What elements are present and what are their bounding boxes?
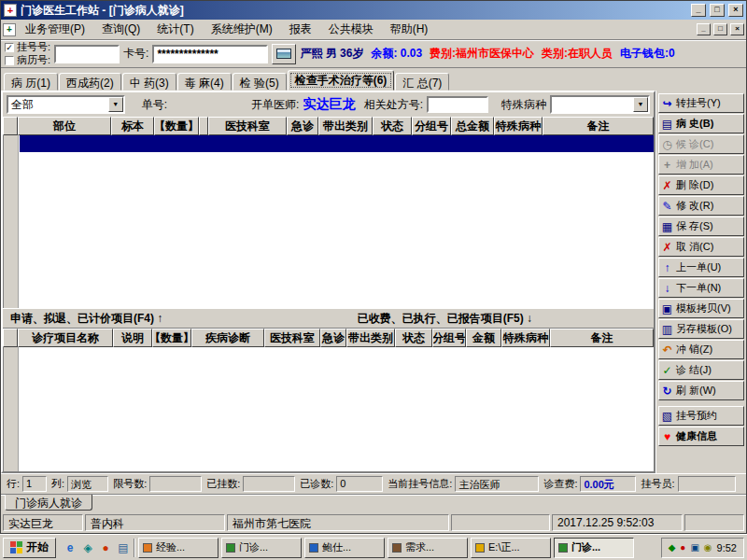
reg-no-checkbox-row[interactable]: ✓ 挂号号: (5, 41, 50, 53)
show-desktop-icon[interactable]: ◈ (80, 540, 95, 555)
quick-launch-icon[interactable]: ▤ (116, 540, 131, 555)
col-quantity[interactable]: 【数量】 (154, 117, 199, 135)
selected-row[interactable] (20, 135, 654, 152)
related-rx-label: 相关处方号: (364, 97, 423, 113)
task-button[interactable]: E:\正... (471, 538, 551, 558)
read-card-button[interactable] (272, 44, 296, 64)
health-info-button[interactable]: ♥ 健康信息 (658, 427, 744, 446)
task-button[interactable]: 鲍仕... (304, 538, 385, 558)
col-medtech-dept[interactable]: 医技科室 (264, 329, 320, 347)
task-button[interactable]: 门诊... (221, 538, 302, 558)
next-order-button[interactable]: ↓ 下一单(N) (658, 278, 744, 298)
card-number-field[interactable]: ************** (152, 45, 268, 63)
waiting-list-button[interactable]: ◷ 候 诊(C) (658, 134, 744, 154)
save-button[interactable]: ▦ 保 存(S) (658, 217, 744, 236)
related-rx-input[interactable] (427, 96, 488, 113)
col-status[interactable]: 状态 (373, 117, 412, 135)
minimize-button[interactable]: _ (691, 4, 706, 17)
medical-history-icon: ▤ (661, 118, 673, 131)
col-emergency[interactable]: 急诊 (320, 329, 346, 347)
module-tabstrip: 病 历(1) 西成药(2) 中 药(3) 毒 麻(4) 检 验(5) 检查手术治… (1, 68, 746, 91)
col-status[interactable]: 状态 (395, 329, 432, 347)
completed-table-body[interactable] (3, 347, 654, 471)
menu-help[interactable]: 帮助(H) (383, 20, 436, 39)
record-no-checkbox[interactable] (5, 56, 14, 65)
reverse-charge-button[interactable]: ↶ 冲 销(Z) (658, 340, 744, 359)
task-button[interactable]: 经验... (138, 538, 218, 558)
menu-reports[interactable]: 报表 (282, 20, 319, 39)
col-diagnosis[interactable]: 疾病诊断 (191, 329, 264, 347)
close-button[interactable]: × (728, 4, 743, 17)
col-remarks[interactable]: 备注 (550, 329, 654, 347)
mdi-close-button[interactable]: × (730, 23, 744, 35)
add-button[interactable]: + 增 加(A) (658, 155, 744, 175)
menu-query[interactable]: 查询(Q) (94, 20, 148, 39)
clock[interactable]: 9:52 (717, 542, 737, 553)
col-remarks[interactable]: 备注 (543, 117, 654, 135)
refresh-button[interactable]: ↻ 刷 新(W) (658, 381, 744, 400)
tab-chinese-drugs[interactable]: 中 药(3) (122, 73, 176, 91)
orders-table-body[interactable] (3, 135, 654, 308)
chevron-down-icon[interactable]: ▼ (633, 97, 648, 112)
medical-history-button[interactable]: ▤ 病 史(B) (658, 114, 744, 133)
col-group-no[interactable]: 分组号 (432, 329, 466, 347)
quick-launch-icon[interactable]: ● (98, 540, 113, 555)
internet-explorer-icon[interactable]: e (63, 540, 78, 555)
seen-count-value: 0 (336, 476, 383, 492)
tab-lab-tests[interactable]: 检 验(5) (233, 73, 287, 91)
menu-statistics[interactable]: 统计(T) (149, 20, 201, 39)
modify-button[interactable]: ✎ 修 改(R) (658, 196, 744, 216)
tray-icon[interactable]: ● (680, 543, 685, 553)
menu-business[interactable]: 业务管理(P) (18, 20, 92, 39)
col-medtech-dept[interactable]: 医技科室 (208, 117, 287, 135)
col-special-disease[interactable]: 特殊病种 (501, 329, 550, 347)
completed-items-label: 已收费、已执行、已报告项目(F5) ↓ (358, 311, 532, 327)
menu-common-modules[interactable]: 公共模块 (321, 20, 381, 39)
task-button-active[interactable]: 门诊... (554, 538, 634, 558)
tray-icon[interactable]: ▣ (690, 543, 698, 553)
col-amount[interactable]: 金额 (466, 329, 501, 347)
mdi-minimize-button[interactable]: _ (697, 23, 711, 35)
tab-western-drugs[interactable]: 西成药(2) (59, 73, 121, 91)
col-item-name[interactable]: 诊疗项目名称 (18, 329, 113, 347)
mdi-restore-button[interactable]: □ (713, 23, 727, 35)
transfer-registration-button[interactable]: ↪ 转挂号(Y) (658, 93, 744, 113)
record-no-checkbox-row[interactable]: 病历号: (5, 54, 50, 66)
col-carryout-type[interactable]: 带出类别 (346, 329, 395, 347)
col-body-part[interactable]: 部位 (18, 117, 111, 135)
col-quantity[interactable]: 【数量】 (152, 329, 191, 347)
appointment-button[interactable]: ▧ 挂号预约 (658, 406, 744, 426)
registration-number-input[interactable] (54, 45, 120, 63)
save-as-template-button[interactable]: ▥ 另存模板(O) (658, 319, 744, 339)
col-total-amount[interactable]: 总金额 (451, 117, 494, 135)
chevron-down-icon[interactable]: ▼ (108, 97, 123, 112)
maximize-button[interactable]: □ (710, 4, 725, 17)
tab-summary[interactable]: 汇 总(7) (395, 73, 449, 91)
tray-icon[interactable]: ◆ (669, 543, 676, 553)
tab-outpatient-visit[interactable]: 门诊病人就诊 (5, 495, 92, 511)
menu-maintenance[interactable]: 系统维护(M) (204, 20, 280, 39)
reg-no-checkbox[interactable]: ✓ (5, 43, 14, 52)
previous-order-button[interactable]: ↑ 上一单(U) (658, 258, 744, 277)
cancel-button[interactable]: ✗ 取 消(C) (658, 237, 744, 257)
windows-logo-icon (10, 541, 22, 553)
col-carryout-type[interactable]: 带出类别 (318, 117, 373, 135)
tray-icon[interactable]: ◉ (704, 543, 712, 553)
col-description[interactable]: 说明 (113, 329, 152, 347)
col-group-no[interactable]: 分组号 (412, 117, 451, 135)
col-special-disease[interactable]: 特殊病种 (494, 117, 543, 135)
tab-medical-record[interactable]: 病 历(1) (4, 73, 58, 91)
special-disease-combobox[interactable]: ▼ (550, 95, 650, 114)
tab-exam-surgery-treatment[interactable]: 检查手术治疗等(6) (288, 70, 395, 91)
start-button[interactable]: 开始 (3, 538, 56, 558)
exam-fee-label: 诊查费: (543, 477, 577, 491)
task-button[interactable]: 需求... (388, 538, 468, 558)
delete-button[interactable]: ✗ 删 除(D) (658, 175, 744, 195)
template-copy-button[interactable]: ▣ 模板拷贝(V) (658, 299, 744, 318)
col-specimen[interactable]: 标本 (111, 117, 154, 135)
col-emergency[interactable]: 急诊 (287, 117, 318, 135)
scope-combobox[interactable]: 全部 ▼ (7, 95, 125, 114)
tab-narcotics[interactable]: 毒 麻(4) (177, 73, 232, 91)
button-label: 转挂号(Y) (676, 96, 721, 110)
finish-visit-button[interactable]: ✓ 诊 结(J) (658, 360, 744, 380)
